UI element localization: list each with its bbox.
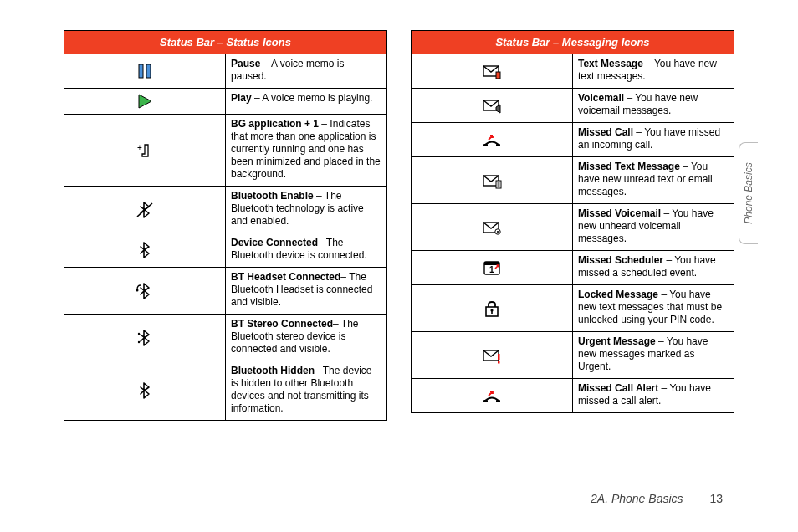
footer-page-number: 13	[709, 492, 723, 505]
term: Text Message	[578, 58, 643, 69]
icon-description: Urgent Message – You have new messages m…	[573, 332, 734, 379]
svg-rect-9	[496, 72, 500, 79]
table-row: Missed Call Alert – You have missed a ca…	[412, 379, 734, 413]
svg-text:+: +	[137, 143, 142, 152]
messaging-icons-table: Status Bar – Messaging Icons Text Messag…	[411, 30, 734, 413]
svg-rect-31	[496, 400, 500, 402]
pause-icon	[64, 54, 226, 89]
page-body: Status Bar – Status Icons Pause – A voic…	[0, 0, 798, 421]
svg-rect-26	[491, 310, 493, 314]
svg-marker-2	[139, 95, 151, 108]
status-icons-table: Status Bar – Status Icons Pause – A voic…	[64, 30, 387, 421]
icon-description: Voicemail – You have new voicemail messa…	[573, 89, 734, 123]
svg-point-7	[138, 340, 140, 342]
term: Missed Call Alert	[578, 382, 658, 394]
svg-point-20	[497, 230, 499, 232]
icon-description: Device Connected– The Bluetooth device i…	[226, 233, 387, 268]
icon-description: Text Message – You have new text message…	[573, 54, 734, 89]
table-header: Status Bar – Messaging Icons	[412, 31, 734, 54]
definition: – A voice memo is playing.	[252, 92, 373, 104]
play-icon	[64, 89, 226, 115]
bt-enable-icon	[64, 187, 226, 233]
table-row: Text Message – You have new text message…	[412, 54, 734, 89]
term: Voicemail	[578, 92, 624, 104]
table-row: Bluetooth Enable – The Bluetooth technol…	[64, 187, 387, 233]
table-row: Bluetooth Hidden– The device is hidden t…	[64, 361, 387, 421]
term: Locked Message	[578, 289, 658, 300]
term: Missed Scheduler	[578, 254, 663, 266]
svg-point-6	[138, 332, 140, 334]
table-row: Pause – A voice memo is paused.	[64, 54, 387, 89]
plus1-icon: +	[64, 115, 226, 187]
table-row: +BG application + 1 – Indicates that mor…	[64, 115, 387, 187]
urgent-msg-icon	[412, 332, 573, 379]
svg-rect-30	[483, 400, 488, 402]
term: Urgent Message	[578, 335, 656, 347]
icon-description: BT Headset Connected– The Bluetooth Head…	[226, 268, 387, 315]
table-row: Locked Message – You have new text messa…	[412, 285, 734, 332]
table-row: 1Missed Scheduler – You have missed a sc…	[412, 251, 734, 285]
term: Missed Voicemail	[578, 207, 661, 219]
table-row: Urgent Message – You have new messages m…	[412, 332, 734, 379]
svg-rect-11	[483, 144, 488, 146]
icon-description: Missed Voicemail – You have new unheard …	[573, 204, 734, 251]
term: Missed Text Message	[578, 161, 680, 172]
voicemail-icon	[412, 89, 573, 123]
page-footer: 2A. Phone Basics 13	[591, 492, 723, 505]
table-header: Status Bar – Status Icons	[64, 31, 387, 54]
table-row: Missed Call – You have missed an incomin…	[412, 123, 734, 157]
table-row: Play – A voice memo is playing.	[64, 89, 387, 115]
bt-conn-icon	[64, 233, 226, 268]
table-row: Missed Voicemail – You have new unheard …	[412, 204, 734, 251]
missed-text-icon	[412, 157, 573, 204]
svg-point-5	[136, 289, 139, 291]
table-row: Missed Text Message – You have new unrea…	[412, 157, 734, 204]
icon-description: BG application + 1 – Indicates that more…	[226, 115, 387, 187]
icon-description: Play – A voice memo is playing.	[226, 89, 387, 115]
footer-section: 2A. Phone Basics	[591, 492, 683, 505]
icon-description: Missed Text Message – You have new unrea…	[573, 157, 734, 204]
table-row: BT Headset Connected– The Bluetooth Head…	[64, 268, 387, 315]
text-msg-icon	[412, 54, 573, 89]
icon-description: Locked Message – You have new text messa…	[573, 285, 734, 332]
svg-text:1: 1	[489, 265, 494, 274]
table-row: Voicemail – You have new voicemail messa…	[412, 89, 734, 123]
column-right: Status Bar – Messaging Icons Text Messag…	[411, 30, 734, 421]
svg-rect-1	[146, 64, 151, 78]
table-row: BT Stereo Connected– The Bluetooth stere…	[64, 315, 387, 361]
svg-rect-12	[496, 144, 500, 146]
term: BT Headset Connected	[231, 271, 340, 283]
svg-rect-29	[498, 361, 500, 364]
missed-alert-icon	[412, 379, 573, 413]
icon-description: Pause – A voice memo is paused.	[226, 54, 387, 89]
bt-hidden-icon	[64, 361, 226, 421]
bt-stereo-icon	[64, 315, 226, 361]
term: Play	[231, 92, 252, 104]
missed-vm-icon	[412, 204, 573, 251]
term: Missed Call	[578, 126, 633, 138]
term: BG application + 1	[231, 118, 319, 130]
svg-rect-28	[498, 354, 500, 360]
side-tab: Phone Basics	[739, 142, 758, 244]
bt-headset-icon	[64, 268, 226, 315]
term: Device Connected	[231, 237, 318, 248]
icon-description: Bluetooth Hidden– The device is hidden t…	[226, 361, 387, 421]
icon-description: Missed Call – You have missed an incomin…	[573, 123, 734, 157]
missed-sched-icon: 1	[412, 251, 573, 285]
term: Bluetooth Enable	[231, 190, 314, 202]
term: Bluetooth Hidden	[231, 365, 315, 376]
column-left: Status Bar – Status Icons Pause – A voic…	[64, 30, 387, 421]
svg-rect-0	[139, 64, 143, 78]
term: Pause	[231, 58, 260, 69]
icon-description: Missed Scheduler – You have missed a sch…	[573, 251, 734, 285]
locked-msg-icon	[412, 285, 573, 332]
side-tab-label: Phone Basics	[743, 162, 755, 223]
term: BT Stereo Connected	[231, 318, 333, 330]
svg-line-4	[137, 203, 152, 217]
icon-description: Missed Call Alert – You have missed a ca…	[573, 379, 734, 413]
missed-call-icon	[412, 123, 573, 157]
icon-description: BT Stereo Connected– The Bluetooth stere…	[226, 315, 387, 361]
table-row: Device Connected– The Bluetooth device i…	[64, 233, 387, 268]
icon-description: Bluetooth Enable – The Bluetooth technol…	[226, 187, 387, 233]
